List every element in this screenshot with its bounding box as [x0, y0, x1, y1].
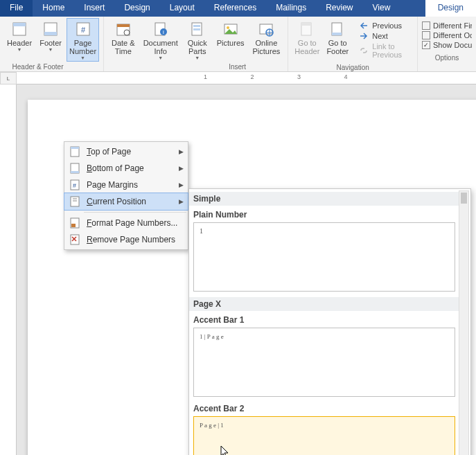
document-area: L 1 2 3 4 Header Top of Page ▶ Bottom of… [0, 72, 476, 455]
menu-format-page-numbers[interactable]: Format Page Numbers... [64, 215, 188, 231]
ruler-horizontal[interactable]: 1 2 3 4 [17, 72, 476, 84]
page-number-button[interactable]: # Page Number ▼ [67, 18, 99, 62]
scrollbar-thumb[interactable] [461, 193, 467, 204]
dropdown-caret-icon: ▼ [158, 55, 163, 60]
menu-bottom-of-page[interactable]: Bottom of Page ▶ [64, 160, 188, 177]
previous-label: Previous [372, 21, 402, 30]
checkbox-icon [422, 21, 430, 30]
header-icon [11, 21, 28, 37]
date-time-button[interactable]: Date & Time [108, 18, 139, 62]
chevron-right-icon: ▶ [179, 198, 184, 205]
current-position-icon [69, 196, 81, 207]
tab-insert[interactable]: Insert [74, 0, 114, 17]
tab-mailings[interactable]: Mailings [266, 0, 316, 17]
menu-remove-page-numbers[interactable]: Remove Page Numbers [64, 231, 188, 248]
goto-header-button[interactable]: Go to Header [292, 18, 321, 62]
gallery-item-accent-bar-1[interactable]: 1 | P a g e [193, 328, 455, 397]
pictures-label: Pictures [217, 39, 245, 47]
goto-header-label: Go to Header [294, 39, 319, 55]
gallery-title-plain: Plain Number [193, 208, 455, 221]
group-label: Header & Footer [0, 62, 99, 71]
ribbon-tabs: File Home Insert Design Layout Reference… [0, 0, 476, 17]
tab-review[interactable]: Review [316, 0, 362, 17]
goto-footer-button[interactable]: Go to Footer [323, 18, 352, 62]
page-number-icon: # [75, 21, 91, 37]
gallery-preview-text: 1 | P a g e [200, 333, 224, 340]
group-label: Navigation [292, 62, 413, 71]
gallery-item-accent-bar-2[interactable]: P a g e | 1 [193, 416, 455, 455]
pictures-icon [222, 21, 239, 37]
menu-current-position[interactable]: Current Position ▶ [64, 193, 188, 210]
gallery-scrollbar[interactable] [459, 190, 469, 455]
quick-parts-label: Quick Parts [188, 39, 207, 55]
different-first-checkbox[interactable]: Different First Page [422, 21, 472, 30]
svg-point-16 [227, 26, 229, 29]
chevron-right-icon: ▶ [179, 148, 184, 155]
menu-label: Remove Page Numbers [87, 235, 175, 244]
svg-rect-1 [13, 23, 26, 26]
group-insert: Date & Time i Document Info ▼ Quick Part… [104, 17, 288, 71]
top-of-page-icon [69, 146, 81, 157]
menu-label: Current Position [87, 197, 146, 206]
show-doc-label: Show Document Text [433, 41, 472, 49]
document-info-button[interactable]: i Document Info ▼ [140, 18, 182, 62]
document-info-icon: i [152, 21, 169, 37]
remove-icon [69, 234, 81, 245]
tab-file[interactable]: File [0, 0, 33, 17]
gallery-title-accent2: Accent Bar 2 [193, 402, 455, 415]
date-time-label: Date & Time [112, 39, 135, 55]
menu-separator [84, 212, 186, 213]
menu-label: Format Page Numbers... [87, 218, 177, 228]
menu-label: Bottom of Page [87, 163, 144, 173]
format-icon [69, 217, 81, 229]
svg-text:i: i [163, 29, 164, 35]
quick-parts-button[interactable]: Quick Parts ▼ [183, 18, 212, 62]
ruler-corner[interactable]: L [0, 72, 17, 84]
next-button[interactable]: Next [356, 31, 410, 41]
group-header-footer: Header ▼ Footer ▼ # Page Number ▼ Header… [0, 17, 104, 71]
header-button[interactable]: Header ▼ [4, 18, 35, 62]
svg-rect-14 [193, 28, 200, 30]
menu-label: Top of Page [87, 147, 131, 157]
online-pictures-button[interactable]: Online Pictures [249, 18, 284, 62]
ruler-marks: 1 2 3 4 [204, 73, 369, 80]
svg-rect-7 [117, 24, 130, 27]
footer-icon [42, 21, 59, 37]
tab-home[interactable]: Home [33, 0, 74, 17]
ruler-vertical[interactable] [0, 84, 17, 455]
tab-view[interactable]: View [363, 0, 400, 17]
ribbon: Header ▼ Footer ▼ # Page Number ▼ Header… [0, 17, 476, 72]
link-icon [359, 46, 369, 55]
pictures-button[interactable]: Pictures [213, 18, 248, 62]
dropdown-caret-icon: ▼ [49, 47, 53, 52]
gallery-title-accent1: Accent Bar 1 [193, 314, 455, 326]
tab-layout[interactable]: Layout [160, 0, 204, 17]
checkbox-icon [422, 31, 430, 39]
show-doc-checkbox[interactable]: ✓ Show Document Text [422, 40, 472, 50]
link-previous-label: Link to Previous [372, 42, 407, 59]
link-previous-button[interactable]: Link to Previous [356, 42, 410, 60]
gallery-preview-text: 1 [200, 227, 203, 235]
gallery-preview-text: P a g e | 1 [200, 422, 224, 429]
menu-top-of-page[interactable]: Top of Page ▶ [64, 143, 188, 160]
online-pictures-icon [258, 21, 274, 37]
cursor-icon [220, 445, 230, 455]
svg-point-8 [124, 30, 130, 35]
calendar-icon [115, 21, 132, 37]
online-pictures-label: Online Pictures [253, 39, 281, 55]
tab-design[interactable]: Design [114, 0, 159, 17]
document-info-label: Document Info [143, 39, 178, 55]
svg-rect-33 [71, 224, 76, 227]
tab-references[interactable]: References [204, 0, 266, 17]
different-odd-checkbox[interactable]: Different Odd & Even Pages [422, 30, 472, 40]
menu-page-margins[interactable]: # Page Margins ▶ [64, 177, 188, 193]
gallery-item-plain-number[interactable]: 1 [193, 222, 455, 292]
quick-parts-icon [189, 21, 206, 37]
header-label: Header [7, 39, 32, 47]
tab-context-design[interactable]: Design [425, 0, 476, 17]
previous-button[interactable]: Previous [356, 21, 410, 30]
gallery-scroll: Simple Plain Number 1 Page X Accent Bar … [189, 189, 470, 455]
dropdown-caret-icon: ▼ [17, 47, 22, 52]
footer-label: Footer [39, 39, 62, 47]
footer-button[interactable]: Footer ▼ [36, 18, 65, 62]
